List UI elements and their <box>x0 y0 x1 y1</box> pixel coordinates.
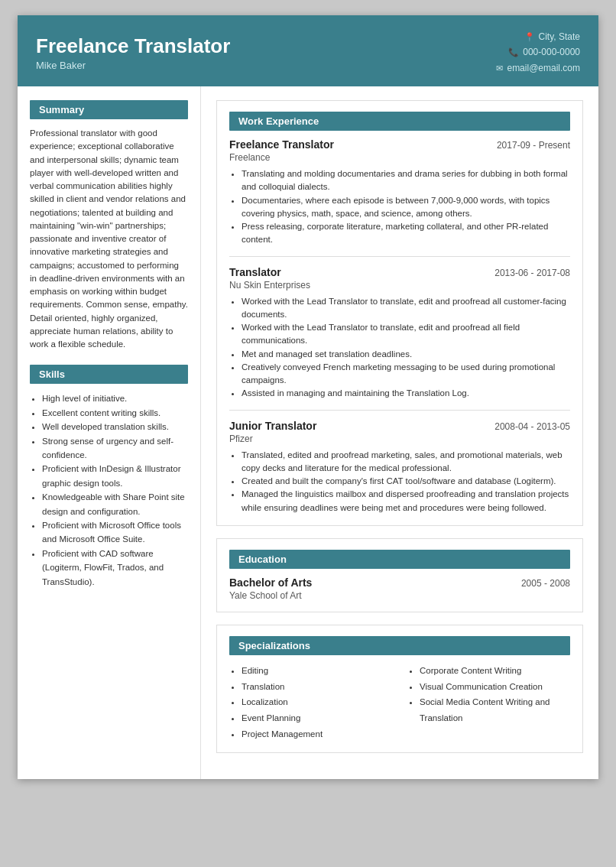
right-column: Work Experience Freelance Translator2017… <box>201 86 598 779</box>
specializations-header: Specializations <box>229 636 570 655</box>
spec-left-item: Translation <box>242 679 392 695</box>
job-bullets-list: Translated, edited and proofread marketi… <box>229 449 570 515</box>
work-experience-section: Work Experience Freelance Translator2017… <box>216 100 583 526</box>
job-title-text: Translator <box>229 266 281 278</box>
skill-item: Strong sense of urgency and self-confide… <box>42 434 188 463</box>
location-row: 📍 City, State <box>496 29 580 44</box>
job-header: Junior Translator2008-04 - 2013-05 <box>229 420 570 432</box>
summary-header: Summary <box>30 100 188 119</box>
job-dates-text: 2017-09 - Present <box>497 140 570 151</box>
contact-info: 📍 City, State 📞 000-000-0000 ✉ email@ema… <box>496 29 580 76</box>
skill-item: Proficient with InDesign & Illustrator g… <box>42 462 188 490</box>
spec-right-col: Corporate Content WritingVisual Communic… <box>407 663 570 742</box>
education-entry: Bachelor of Arts2005 - 2008Yale School o… <box>229 576 570 601</box>
spec-left-item: Localization <box>242 694 392 710</box>
job-dates-text: 2013-06 - 2017-08 <box>494 268 570 278</box>
job-bullet-item: Managed the linguistics mailbox and disp… <box>242 488 570 515</box>
job-title-text: Freelance Translator <box>229 138 334 151</box>
skill-item: Proficient with Microsoft Office tools a… <box>42 518 188 547</box>
job-bullets-list: Worked with the Lead Translator to trans… <box>229 295 570 401</box>
job-bullet-item: Press releasing, corporate literature, m… <box>242 220 570 247</box>
job-company-text: Pfizer <box>229 434 570 444</box>
job-company-text: Nu Skin Enterprises <box>229 280 570 291</box>
job-entry: Junior Translator2008-04 - 2013-05Pfizer… <box>229 420 570 515</box>
spec-left-col: EditingTranslationLocalizationEvent Plan… <box>229 663 392 742</box>
header-left: Freelance Translator Mike Baker <box>36 34 230 71</box>
location-icon: 📍 <box>524 30 535 44</box>
candidate-name: Mike Baker <box>36 60 230 71</box>
job-bullets-list: Translating and molding documentaries an… <box>229 167 570 247</box>
specializations-grid: EditingTranslationLocalizationEvent Plan… <box>229 663 570 742</box>
education-section: Education Bachelor of Arts2005 - 2008Yal… <box>216 538 583 612</box>
job-bullet-item: Creatively conveyed French marketing mes… <box>242 361 570 388</box>
header: Freelance Translator Mike Baker 📍 City, … <box>18 15 598 86</box>
job-bullet-item: Assisted in managing and maintaining the… <box>242 387 570 400</box>
specializations-section: Specializations EditingTranslationLocali… <box>216 625 583 753</box>
summary-text: Professional translator with good experi… <box>30 127 188 351</box>
skills-list: High level of initiative.Excellent conte… <box>30 391 188 588</box>
skills-header: Skills <box>30 365 188 384</box>
job-title: Freelance Translator <box>36 34 230 58</box>
edu-dates-text: 2005 - 2008 <box>521 578 570 589</box>
email-row: ✉ email@email.com <box>496 60 580 76</box>
spec-left-item: Editing <box>242 663 392 679</box>
job-bullet-item: Met and managed set translation deadline… <box>242 348 570 361</box>
job-title-text: Junior Translator <box>229 420 316 432</box>
resume-document: Freelance Translator Mike Baker 📍 City, … <box>18 15 598 779</box>
job-entry: Freelance Translator2017-09 - PresentFre… <box>229 138 570 247</box>
job-separator <box>229 410 570 411</box>
email-text: email@email.com <box>507 60 580 76</box>
work-experience-header: Work Experience <box>229 112 570 131</box>
skill-item: Knowledgeable with Share Point site desi… <box>42 490 188 518</box>
phone-row: 📞 000-000-0000 <box>496 44 580 60</box>
job-bullet-item: Documentaries, where each episode is bet… <box>242 194 570 221</box>
education-container: Bachelor of Arts2005 - 2008Yale School o… <box>229 576 570 601</box>
edu-degree-text: Bachelor of Arts <box>229 576 312 589</box>
job-bullet-item: Translated, edited and proofread marketi… <box>242 449 570 476</box>
phone-text: 000-000-0000 <box>523 44 580 60</box>
spec-right-list: Corporate Content WritingVisual Communic… <box>407 663 570 726</box>
body: Summary Professional translator with goo… <box>18 86 598 779</box>
spec-left-item: Event Planning <box>242 710 392 726</box>
spec-right-item: Corporate Content Writing <box>420 663 570 679</box>
job-separator <box>229 256 570 257</box>
job-entry: Translator2013-06 - 2017-08Nu Skin Enter… <box>229 266 570 401</box>
left-column: Summary Professional translator with goo… <box>18 86 201 779</box>
spec-right-item: Visual Communication Creation <box>420 679 570 695</box>
email-icon: ✉ <box>496 61 503 76</box>
skill-item: High level of initiative. <box>42 391 188 405</box>
skill-item: Proficient with CAD software (Logiterm, … <box>42 547 188 589</box>
spec-right-item: Social Media Content Writing and Transla… <box>420 694 570 726</box>
edu-header: Bachelor of Arts2005 - 2008 <box>229 576 570 589</box>
edu-school-text: Yale School of Art <box>229 590 570 601</box>
job-header: Freelance Translator2017-09 - Present <box>229 138 570 151</box>
phone-icon: 📞 <box>508 45 519 60</box>
skill-item: Well developed translation skills. <box>42 420 188 434</box>
job-header: Translator2013-06 - 2017-08 <box>229 266 570 278</box>
job-bullet-item: Worked with the Lead Translator to trans… <box>242 321 570 348</box>
job-company-text: Freelance <box>229 152 570 163</box>
location-text: City, State <box>539 29 580 44</box>
spec-left-list: EditingTranslationLocalizationEvent Plan… <box>229 663 392 742</box>
job-bullet-item: Created and built the company's first CA… <box>242 475 570 488</box>
skill-item: Excellent content writing skills. <box>42 406 188 420</box>
spec-left-item: Project Management <box>242 726 392 742</box>
job-bullet-item: Worked with the Lead Translator to trans… <box>242 295 570 322</box>
education-header: Education <box>229 550 570 569</box>
job-bullet-item: Translating and molding documentaries an… <box>242 167 570 194</box>
jobs-container: Freelance Translator2017-09 - PresentFre… <box>229 138 570 515</box>
job-dates-text: 2008-04 - 2013-05 <box>494 421 570 432</box>
